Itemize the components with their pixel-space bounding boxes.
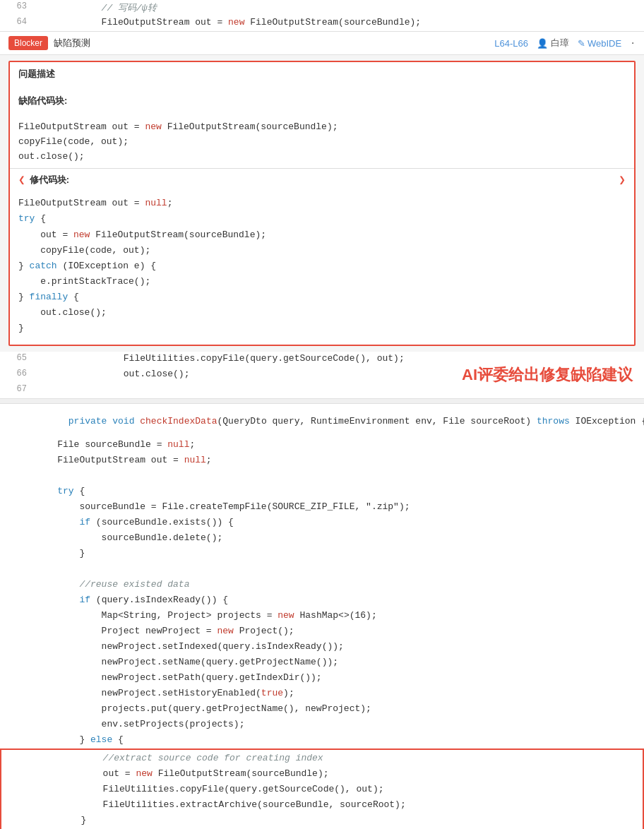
lc-close-brace1: } bbox=[35, 547, 644, 559]
line-content-64: FileOutputStream out = new FileOutputStr… bbox=[35, 16, 644, 28]
lc-setname: newProject.setName(query.getProjectName(… bbox=[35, 656, 644, 667]
lc-map: Map<String, Project> projects = new Hash… bbox=[35, 609, 644, 621]
lc-projects-put: projects.put(query.getProjectName(), new… bbox=[35, 703, 644, 714]
lc-out-new-fos: out = new FileOutputStream(sourceBundle)… bbox=[37, 768, 643, 779]
ln-blank24 bbox=[1, 799, 37, 799]
code-line-fu-extract: FileUtilities.extractArchive(sourceBundl… bbox=[1, 798, 643, 813]
lc-empty1 bbox=[35, 470, 644, 470]
fix-code-block: FileOutputStream out = null; try { out =… bbox=[10, 191, 634, 345]
ln-blank13 bbox=[0, 625, 35, 626]
defect-code-block: FileOutputStream out = new FileOutputStr… bbox=[10, 116, 634, 168]
lc-setpath: newProject.setPath(query.getIndexDir()); bbox=[35, 672, 644, 683]
ln-blank1 bbox=[0, 439, 35, 439]
ln-blank6 bbox=[0, 516, 35, 517]
code-line-out-new-fos: out = new FileOutputStream(sourceBundle)… bbox=[1, 767, 643, 782]
method-signature-line: private void checkIndexData(QueryDto que… bbox=[0, 404, 644, 438]
code-line-sethistory: newProject.setHistoryEnabled(true); bbox=[0, 686, 644, 702]
lc-delete: sourceBundle.delete(); bbox=[35, 532, 644, 543]
ln-blank8 bbox=[0, 547, 35, 548]
code-line-delete: sourceBundle.delete(); bbox=[0, 531, 644, 547]
line-number-64: 64 bbox=[0, 16, 35, 27]
line-number-63: 63 bbox=[0, 1, 35, 11]
lc-comment-reuse: //reuse existed data bbox=[35, 578, 644, 590]
ln-blank16 bbox=[0, 672, 35, 672]
lc-setindexed: newProject.setIndexed(query.isIndexReady… bbox=[35, 640, 644, 652]
lc-empty2 bbox=[35, 563, 644, 563]
code-line-fos-null: FileOutputStream out = null; bbox=[0, 453, 644, 469]
ln-blank14 bbox=[0, 640, 35, 641]
lc-sethistory: newProject.setHistoryEnabled(true); bbox=[35, 687, 644, 698]
webide-link[interactable]: ✎ WebIDE bbox=[578, 38, 621, 49]
red-outline-else-finally: //extract source code for creating index… bbox=[0, 749, 644, 829]
ai-annotation-text: AI评委给出修复缺陷建议 bbox=[462, 364, 633, 386]
defect-code-section: 缺陷代码块: bbox=[10, 89, 634, 116]
ln-blank3 bbox=[0, 470, 35, 470]
line-number-67: 67 bbox=[0, 383, 35, 394]
lc-if-exists: if (sourceBundle.exists()) { bbox=[35, 516, 644, 527]
edit-icon: ✎ bbox=[578, 38, 585, 49]
lc-createtempfile: sourceBundle = File.createTempFile(SOURC… bbox=[35, 501, 644, 512]
ln-blank15 bbox=[0, 656, 35, 657]
line-reference: L64-L66 bbox=[494, 38, 528, 49]
ln-blank2 bbox=[0, 454, 35, 455]
code-line-setindexed: newProject.setIndexed(query.isIndexReady… bbox=[0, 640, 644, 655]
code-line-file-source: File sourceBundle = null; bbox=[0, 438, 644, 453]
more-options: · bbox=[630, 38, 636, 49]
user-reference: 👤 白璋 bbox=[537, 37, 569, 49]
ln-blank25 bbox=[1, 814, 37, 815]
line-number-blank bbox=[0, 405, 35, 405]
code-line-try: try { bbox=[0, 484, 644, 500]
code-line-createtempfile: sourceBundle = File.createTempFile(SOURC… bbox=[0, 500, 644, 515]
code-line-setpath: newProject.setPath(query.getIndexDir()); bbox=[0, 671, 644, 686]
code-line-map: Map<String, Project> projects = new Hash… bbox=[0, 609, 644, 624]
lc-if-indexready: if (query.isIndexReady()) { bbox=[35, 594, 644, 605]
problem-title: 问题描述 bbox=[18, 68, 626, 80]
chevron-right-icon: ❯ bbox=[619, 173, 626, 187]
defect-panel: 问题描述 缺陷代码块: FileOutputStream out = new F… bbox=[8, 61, 636, 346]
defect-code-title: 缺陷代码块: bbox=[18, 95, 626, 107]
blocker-badge: Blocker bbox=[8, 36, 48, 50]
ln-blank4 bbox=[0, 485, 35, 486]
code-line-comment-reuse: //reuse existed data bbox=[0, 578, 644, 593]
ln-blank17 bbox=[0, 687, 35, 688]
code-area-65-67: 65 FileUtilities.copyFile(query.getSourc… bbox=[0, 352, 644, 398]
line-number-65: 65 bbox=[0, 352, 35, 363]
lc-try: try { bbox=[35, 485, 644, 496]
code-line-close-brace-else: } bbox=[1, 813, 643, 829]
main-code-area: private void checkIndexData(QueryDto que… bbox=[0, 404, 644, 829]
ln-blank12 bbox=[0, 609, 35, 610]
ln-blank21 bbox=[1, 752, 37, 753]
code-line-else: } else { bbox=[0, 733, 644, 749]
lc-else: } else { bbox=[35, 734, 644, 745]
webide-label: WebIDE bbox=[588, 38, 621, 49]
code-line-if-exists: if (sourceBundle.exists()) { bbox=[0, 515, 644, 531]
chevron-left-icon: ❮ bbox=[18, 173, 25, 187]
code-line-comment-extract: //extract source code for creating index bbox=[1, 751, 643, 767]
code-line-empty1 bbox=[0, 469, 644, 484]
lc-close-brace-else: } bbox=[37, 814, 643, 825]
ln-blank5 bbox=[0, 501, 35, 501]
code-line-projects-put: projects.put(query.getProjectName(), new… bbox=[0, 702, 644, 717]
lc-comment-extract: //extract source code for creating index bbox=[37, 752, 643, 763]
ln-blank20 bbox=[0, 734, 35, 734]
problem-description-section: 问题描述 bbox=[10, 62, 634, 89]
method-signature-content: private void checkIndexData(QueryDto que… bbox=[35, 405, 644, 437]
ln-blank10 bbox=[0, 578, 35, 579]
user-name: 白璋 bbox=[551, 37, 569, 49]
ln-blank11 bbox=[0, 594, 35, 595]
fix-section-header: ❮ 修代码块: ❯ bbox=[10, 169, 634, 191]
code-line-close-brace1: } bbox=[0, 547, 644, 562]
lc-fos-null: FileOutputStream out = null; bbox=[35, 454, 644, 465]
line-content-65: FileUtilities.copyFile(query.getSourceCo… bbox=[35, 352, 644, 364]
toolbar-right: L64-L66 👤 白璋 ✎ WebIDE · bbox=[494, 37, 636, 49]
line-content-63: // 写码/ψ转 bbox=[35, 1, 644, 14]
lc-setprojects: env.setProjects(projects); bbox=[35, 718, 644, 729]
code-separator bbox=[0, 398, 644, 404]
code-line-fu-copy: FileUtilities.copyFile(query.getSourceCo… bbox=[1, 782, 643, 798]
ln-blank19 bbox=[0, 718, 35, 719]
code-line-empty2 bbox=[0, 562, 644, 578]
toolbar-left: Blocker 缺陷预测 bbox=[8, 36, 90, 50]
ln-blank9 bbox=[0, 563, 35, 563]
lc-fu-copy: FileUtilities.copyFile(query.getSourceCo… bbox=[37, 783, 643, 794]
code-line-63: 63 // 写码/ψ转 bbox=[0, 0, 644, 16]
